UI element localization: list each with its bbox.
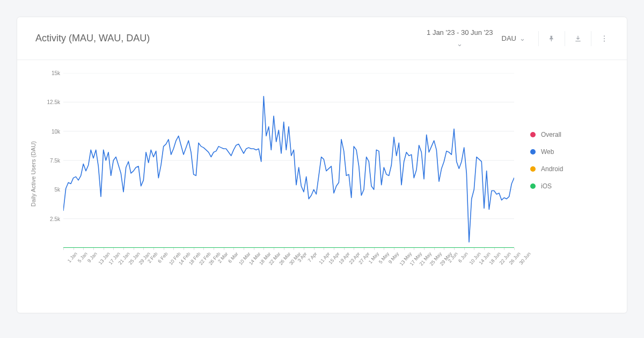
chart-area: Daily Active Users (DAU) 2.5k5k7.5k10k12… <box>17 60 627 313</box>
legend-swatch <box>530 149 536 155</box>
date-range-label: 1 Jan '23 - 30 Jun '23 <box>427 28 493 36</box>
pin-icon <box>547 34 556 43</box>
svg-point-1 <box>604 38 605 39</box>
legend-label: Overall <box>541 131 561 138</box>
legend-item-web[interactable]: Web <box>530 148 595 156</box>
download-icon <box>574 34 582 43</box>
legend-label: Web <box>541 148 554 156</box>
divider <box>565 31 565 46</box>
series-line-web <box>63 97 514 243</box>
card-title: Activity (MAU, WAU, DAU) <box>35 33 150 44</box>
metric-select[interactable]: DAU ⌄ <box>502 34 525 42</box>
chevron-down-icon: ⌄ <box>519 34 525 42</box>
date-range-picker[interactable]: 1 Jan '23 - 30 Jun '23 ⌄ <box>427 27 493 50</box>
legend-item-overall[interactable]: Overall <box>530 131 595 138</box>
y-axis-title: Daily Active Users (DAU) <box>30 141 36 207</box>
divider <box>591 31 591 46</box>
more-vertical-icon <box>600 34 609 43</box>
chevron-down-icon: ⌄ <box>457 40 463 48</box>
legend-label: Android <box>541 165 563 173</box>
chart-plot[interactable] <box>63 73 514 248</box>
activity-card: Activity (MAU, WAU, DAU) 1 Jan '23 - 30 … <box>17 17 627 313</box>
svg-point-0 <box>604 35 605 36</box>
card-header: Activity (MAU, WAU, DAU) 1 Jan '23 - 30 … <box>17 17 627 60</box>
legend-swatch <box>530 132 536 137</box>
legend-item-android[interactable]: Android <box>530 165 595 173</box>
y-axis-ticks: 2.5k5k7.5k10k12.5k15k <box>40 73 60 248</box>
download-button[interactable] <box>570 31 586 46</box>
legend-swatch <box>530 166 536 172</box>
svg-point-2 <box>604 40 605 41</box>
legend-swatch <box>530 183 536 189</box>
divider <box>538 31 539 46</box>
legend-label: iOS <box>541 182 552 190</box>
chart-legend: OverallWebAndroidiOS <box>514 73 595 248</box>
pin-button[interactable] <box>544 31 559 46</box>
metric-select-label: DAU <box>502 34 516 42</box>
x-axis-ticks: 1 Jan5 Jan9 Jan13 Jan17 Jan21 Jan25 Jan2… <box>63 248 514 297</box>
legend-item-ios[interactable]: iOS <box>530 182 595 190</box>
more-menu-button[interactable] <box>597 31 612 46</box>
